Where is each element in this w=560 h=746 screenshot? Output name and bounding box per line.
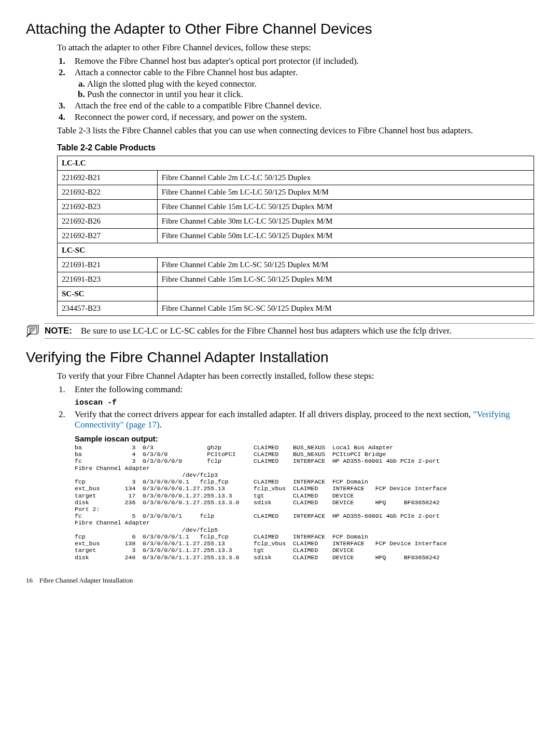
table-row: 221692-B27Fibre Channel Cable 50m LC-LC … (58, 229, 534, 243)
part-no: 221691-B23 (58, 272, 158, 287)
empty-cell (157, 287, 534, 301)
note-body: Be sure to use LC-LC or LC-SC cables for… (81, 326, 452, 336)
ioscan-command: ioscan -f (75, 398, 117, 407)
table-header-lcsc: LC-SC (58, 243, 534, 258)
table-row: 234457-B23Fibre Channel Cable 15m SC-SC … (58, 301, 534, 316)
page-number: 16 (26, 576, 33, 584)
part-desc: Fibre Channel Cable 2m LC-LC 50/125 Dupl… (157, 171, 534, 185)
table-row: 221692-B23Fibre Channel Cable 15m LC-LC … (58, 200, 534, 214)
part-desc: Fibre Channel Cable 15m SC-SC 50/125 Dup… (157, 301, 534, 316)
step-2b: Push the connector in until you hear it … (87, 89, 534, 100)
part-desc: Fibre Channel Cable 15m LC-LC 50/125 Dup… (157, 200, 534, 214)
table-row: 221692-B26Fibre Channel Cable 30m LC-LC … (58, 214, 534, 229)
table-row: SC-SC (58, 287, 534, 301)
part-no: 221692-B23 (58, 200, 158, 214)
step-2: Attach a connector cable to the Fibre Ch… (67, 67, 534, 100)
part-desc: Fibre Channel Cable 2m LC-SC 50/125 Dupl… (157, 258, 534, 272)
verify-step-2-text: Verify that the correct drivers appear f… (75, 409, 473, 419)
part-no: 221692-B27 (58, 229, 158, 243)
verify-step-2: Verify that the correct drivers appear f… (67, 409, 534, 561)
step-2-text: Attach a connector cable to the Fibre Ch… (75, 67, 298, 77)
table-header-scsc: SC-SC (58, 287, 158, 301)
verify-intro: To verify that your Fibre Channel Adapte… (57, 371, 534, 381)
verify-step-1: Enter the following command: ioscan -f (67, 384, 534, 407)
note-icon (26, 323, 45, 340)
part-no: 221692-B22 (58, 185, 158, 200)
attach-steps: Remove the Fibre Channel host bus adapte… (57, 56, 534, 122)
verify-step-2-end: . (160, 420, 162, 430)
svg-rect-0 (27, 327, 37, 334)
verify-steps: Enter the following command: ioscan -f V… (57, 384, 534, 561)
part-desc: Fibre Channel Cable 50m LC-LC 50/125 Dup… (157, 229, 534, 243)
sample-output-heading: Sample ioscan output: (75, 434, 534, 443)
step-3: Attach the free end of the cable to a co… (67, 101, 534, 111)
note-block: NOTE: Be sure to use LC-LC or LC-SC cabl… (26, 323, 534, 340)
table-caption: Table 2-2 Cable Products (57, 143, 534, 153)
part-desc: Fibre Channel Cable 5m LC-LC 50/125 Dupl… (157, 185, 534, 200)
step-1: Remove the Fibre Channel host bus adapte… (67, 56, 534, 66)
part-desc: Fibre Channel Cable 15m LC-SC 50/125 Dup… (157, 272, 534, 287)
table-row: 221691-B21Fibre Channel Cable 2m LC-SC 5… (58, 258, 534, 272)
step-4: Reconnect the power cord, if necessary, … (67, 112, 534, 122)
verify-step-1-text: Enter the following command: (75, 384, 183, 394)
note-label: NOTE: (45, 326, 72, 336)
part-no: 234457-B23 (58, 301, 158, 316)
part-desc: Fibre Channel Cable 30m LC-LC 50/125 Dup… (157, 214, 534, 229)
cable-products-table: LC-LC 221692-B21Fibre Channel Cable 2m L… (57, 156, 534, 316)
ioscan-output: ba 3 0/3 gh2p CLAIMED BUS_NEXUS Local Bu… (75, 444, 534, 561)
table-ref: Table 2-3 lists the Fibre Channel cables… (57, 126, 534, 136)
page-footer: 16 Fibre Channel Adapter Installation (26, 576, 534, 585)
attach-intro: To attach the adapter to other Fibre Cha… (57, 43, 534, 53)
table-row: 221692-B22Fibre Channel Cable 5m LC-LC 5… (58, 185, 534, 200)
part-no: 221692-B21 (58, 171, 158, 185)
part-no: 221692-B26 (58, 214, 158, 229)
step-2a: Align the slotted plug with the keyed co… (87, 79, 534, 89)
table-row: 221691-B23Fibre Channel Cable 15m LC-SC … (58, 272, 534, 287)
heading-attach: Attaching the Adapter to Other Fibre Cha… (26, 21, 534, 37)
part-no: 221691-B21 (58, 258, 158, 272)
table-header-lclc: LC-LC (58, 156, 534, 171)
step-2-sub: Align the slotted plug with the keyed co… (75, 79, 534, 100)
table-row: 221692-B21Fibre Channel Cable 2m LC-LC 5… (58, 171, 534, 185)
heading-verify: Verifying the Fibre Channel Adapter Inst… (26, 349, 534, 366)
footer-title: Fibre Channel Adapter Installation (39, 576, 133, 584)
